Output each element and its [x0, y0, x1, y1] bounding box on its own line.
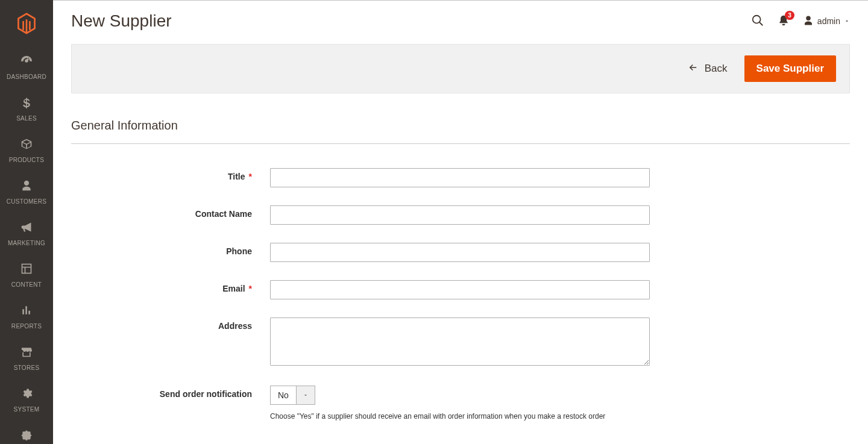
general-information-section: General Information Title* Contact Name …: [71, 119, 850, 439]
sidebar-item-stores[interactable]: STORES: [0, 339, 53, 380]
field-label: Phone: [71, 243, 270, 256]
page-title: New Supplier: [71, 11, 172, 31]
svg-rect-0: [22, 264, 31, 274]
sidebar-item-label: MARKETING: [8, 240, 45, 246]
sidebar: DASHBOARD SALES PRODUCTS CUSTOMERS MARKE…: [0, 0, 53, 444]
field-label: Send order notification: [71, 386, 270, 399]
megaphone-icon: [2, 221, 51, 235]
field-label: Title*: [71, 168, 270, 181]
chevron-down-icon: [296, 386, 315, 405]
sidebar-item-partners[interactable]: FIND PARTNERS & EXTENSIONS: [0, 422, 53, 444]
main-content: New Supplier 3 admin: [53, 0, 868, 444]
sidebar-item-label: PRODUCTS: [9, 157, 45, 163]
phone-input[interactable]: [270, 243, 650, 262]
notifications-icon[interactable]: 3: [778, 14, 790, 28]
field-row-address: Address: [71, 317, 850, 367]
save-supplier-button[interactable]: Save Supplier: [744, 55, 836, 82]
notification-badge: 3: [785, 11, 794, 20]
search-icon[interactable]: [751, 14, 764, 29]
contact-name-input[interactable]: [270, 205, 650, 225]
layout-icon: [2, 263, 51, 277]
help-text: Choose "Yes" if a supplier should receiv…: [270, 412, 650, 421]
back-button[interactable]: Back: [688, 62, 728, 76]
svg-point-1: [753, 15, 761, 23]
storefront-icon: [2, 346, 51, 360]
admin-account-dropdown[interactable]: admin: [803, 15, 850, 28]
select-value: No: [270, 386, 296, 405]
sidebar-item-label: STORES: [14, 364, 40, 371]
sidebar-item-label: SYSTEM: [14, 406, 40, 413]
field-label: Email*: [71, 280, 270, 293]
field-row-phone: Phone: [71, 243, 850, 262]
title-input[interactable]: [270, 168, 650, 187]
send-order-notification-select[interactable]: No: [270, 386, 315, 405]
gauge-icon: [2, 54, 51, 69]
field-row-send-order-notification: Send order notification No Choose "Yes" …: [71, 386, 850, 421]
gear-icon: [2, 387, 51, 401]
sidebar-item-customers[interactable]: CUSTOMERS: [0, 172, 53, 214]
sidebar-item-label: SALES: [16, 115, 37, 122]
required-mark: *: [249, 284, 252, 293]
arrow-left-icon: [688, 62, 699, 76]
sidebar-item-products[interactable]: PRODUCTS: [0, 131, 53, 172]
puzzle-icon: [2, 429, 51, 443]
cube-icon: [2, 138, 51, 152]
section-title: General Information: [71, 119, 850, 144]
sidebar-item-label: CONTENT: [11, 281, 42, 288]
field-label: Contact Name: [71, 205, 270, 219]
address-textarea[interactable]: [270, 317, 650, 366]
sidebar-item-marketing[interactable]: MARKETING: [0, 214, 53, 255]
sidebar-item-system[interactable]: SYSTEM: [0, 380, 53, 422]
magento-logo-icon[interactable]: [16, 12, 37, 37]
dollar-icon: [2, 96, 51, 110]
sidebar-item-label: REPORTS: [11, 323, 42, 330]
sidebar-item-reports[interactable]: REPORTS: [0, 297, 53, 339]
chevron-down-icon: [844, 16, 850, 26]
sidebar-item-content[interactable]: CONTENT: [0, 255, 53, 297]
field-row-email: Email*: [71, 280, 850, 299]
sidebar-item-label: CUSTOMERS: [7, 198, 46, 205]
field-label: Address: [71, 317, 270, 331]
topbar-actions: 3 admin: [751, 14, 850, 29]
person-icon: [2, 180, 51, 193]
field-row-title: Title*: [71, 168, 850, 187]
topbar: New Supplier 3 admin: [53, 1, 868, 31]
sidebar-item-label: DASHBOARD: [7, 73, 46, 80]
email-input[interactable]: [270, 280, 650, 299]
user-icon: [803, 15, 814, 28]
required-mark: *: [249, 172, 252, 181]
bar-chart-icon: [2, 304, 51, 318]
sidebar-item-dashboard[interactable]: DASHBOARD: [0, 46, 53, 89]
field-row-contact-name: Contact Name: [71, 205, 850, 225]
action-bar: Back Save Supplier: [71, 44, 850, 93]
sidebar-item-sales[interactable]: SALES: [0, 89, 53, 131]
admin-label: admin: [817, 16, 840, 26]
back-label: Back: [705, 63, 728, 75]
